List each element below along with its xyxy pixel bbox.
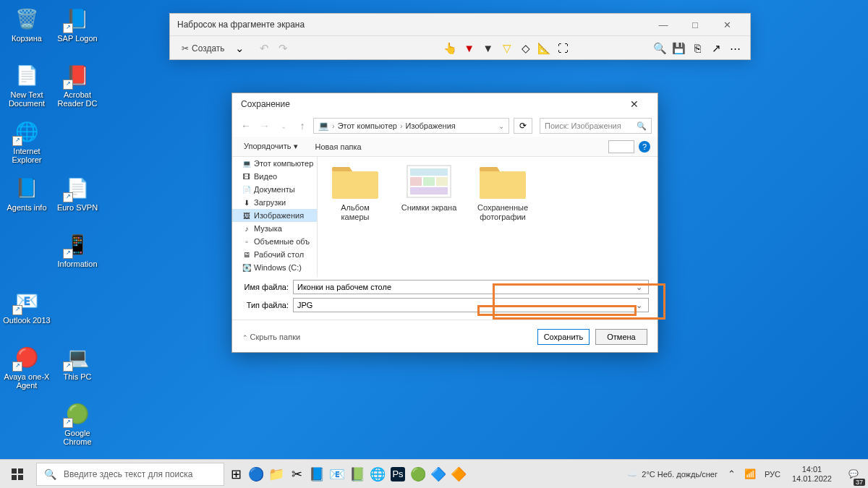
eraser-icon[interactable]: ◇ bbox=[516, 38, 535, 59]
new-snip-button[interactable]: ✂Создать bbox=[176, 40, 231, 56]
save-button[interactable]: Сохранить bbox=[537, 329, 590, 345]
icon-image: 🗑️ bbox=[12, 4, 41, 33]
breadcrumb-current[interactable]: Изображения bbox=[406, 121, 456, 130]
taskbar-app-chrome[interactable]: 🟢 bbox=[408, 460, 428, 489]
hide-folders-button[interactable]: ⌃ Скрыть папки bbox=[242, 333, 300, 341]
view-mode-button[interactable] bbox=[608, 140, 634, 153]
taskbar-search[interactable]: 🔍 Введите здесь текст для поиска bbox=[36, 463, 224, 486]
chevron-down-icon[interactable]: ⌄ bbox=[633, 301, 644, 310]
icon-image: 💻 bbox=[63, 343, 92, 372]
chevron-down-icon[interactable]: ⌄ bbox=[231, 38, 250, 59]
desktop-icon[interactable]: 📕Acrobat Reader DC bbox=[52, 59, 103, 116]
refresh-button[interactable]: ⟳ bbox=[514, 118, 532, 134]
wifi-icon[interactable]: 📶 bbox=[740, 468, 760, 479]
address-bar[interactable]: 💻 › Этот компьютер › Изображения ⌄ bbox=[313, 118, 509, 134]
folder-icon: 📄 bbox=[242, 186, 251, 194]
taskbar-app-generic[interactable]: 🔷 bbox=[428, 460, 448, 489]
undo-button[interactable]: ↶ bbox=[255, 38, 274, 59]
close-button[interactable]: ✕ bbox=[711, 14, 743, 35]
svg-rect-4 bbox=[436, 177, 448, 186]
folder-item[interactable]: Альбом камеры bbox=[326, 163, 384, 222]
tree-item[interactable]: 🖼Изображения bbox=[232, 209, 317, 222]
ruler-icon[interactable]: 📐 bbox=[535, 38, 554, 59]
tray-overflow-button[interactable]: ⌃ bbox=[723, 468, 740, 479]
tree-item[interactable]: 📄Документы bbox=[232, 183, 317, 196]
nav-back-button[interactable]: ← bbox=[238, 118, 254, 134]
search-input[interactable]: Поиск: Изображения 🔍 bbox=[540, 118, 652, 134]
task-view-button[interactable]: ⊞ bbox=[226, 460, 246, 489]
taskbar-clock[interactable]: 14:01 14.01.2022 bbox=[785, 465, 839, 484]
desktop-icon[interactable]: 🟢Google Chrome bbox=[52, 398, 103, 454]
taskbar-app-edge[interactable]: 🔵 bbox=[246, 460, 266, 489]
copy-icon[interactable]: ⎘ bbox=[688, 38, 707, 59]
pen-black-icon[interactable]: ▼ bbox=[479, 38, 498, 59]
start-button[interactable] bbox=[0, 460, 35, 489]
desktop-icon[interactable]: 🔴Avaya one-X Agent bbox=[1, 341, 52, 398]
highlighter-icon[interactable]: ▽ bbox=[498, 38, 516, 59]
chevron-down-icon[interactable]: ⌄ bbox=[633, 283, 644, 292]
desktop-icon[interactable]: 🗑️Корзина bbox=[1, 3, 52, 59]
taskbar-app-ps[interactable]: Ps bbox=[391, 467, 405, 481]
folder-content[interactable]: Альбом камерыСнимки экранаСохраненные фо… bbox=[318, 157, 658, 276]
tree-item[interactable]: 🖥Рабочий стол bbox=[232, 248, 317, 261]
filename-label: Имя файла: bbox=[241, 283, 293, 291]
crop-icon[interactable]: ⛶ bbox=[554, 38, 573, 59]
cancel-button[interactable]: Отмена bbox=[595, 329, 647, 345]
taskbar-app-generic[interactable]: 🔶 bbox=[448, 460, 469, 489]
taskbar-app-outlook[interactable]: 📧 bbox=[327, 460, 347, 489]
nav-recent-button[interactable]: ⌄ bbox=[276, 118, 292, 134]
nav-up-button[interactable]: ↑ bbox=[294, 118, 310, 134]
desktop-icon[interactable]: 📄Euro SVPN bbox=[52, 172, 103, 228]
share-icon[interactable]: ↗ bbox=[707, 38, 726, 59]
touch-write-icon[interactable]: 👆 bbox=[441, 38, 460, 59]
nav-forward-button[interactable]: → bbox=[257, 118, 273, 134]
tree-item[interactable]: 💻Этот компьютер bbox=[232, 157, 317, 170]
notification-center-button[interactable]: 💬 37 bbox=[839, 460, 868, 489]
tree-item[interactable]: ▫Объемные объ bbox=[232, 235, 317, 248]
taskbar-app-snip[interactable]: ✂ bbox=[286, 460, 307, 489]
breadcrumb-root[interactable]: Этот компьютер bbox=[338, 121, 397, 130]
folder-icon: 🖥 bbox=[242, 251, 251, 259]
filetype-select[interactable]: JPG⌄ bbox=[293, 298, 649, 312]
dialog-close-button[interactable]: ✕ bbox=[620, 94, 649, 114]
folder-tree[interactable]: 💻Этот компьютер🎞Видео📄Документы⬇Загрузки… bbox=[232, 157, 318, 276]
save-dialog-titlebar[interactable]: Сохранение ✕ bbox=[232, 93, 658, 115]
taskbar-app-word[interactable]: 📘 bbox=[307, 460, 327, 489]
folder-icon: 🖼 bbox=[242, 212, 251, 220]
new-folder-button[interactable]: Новая папка bbox=[311, 141, 366, 153]
tree-item[interactable]: 💽Windows (C:) bbox=[232, 261, 317, 274]
desktop-icon[interactable]: 📧Outlook 2013 bbox=[1, 285, 52, 341]
desktop-icon[interactable]: 📘Agents info bbox=[1, 172, 52, 228]
icon-label: Outlook 2013 bbox=[3, 316, 50, 325]
desktop-icon[interactable]: 📄New Text Document bbox=[1, 59, 52, 116]
help-button[interactable]: ? bbox=[639, 141, 650, 153]
chevron-down-icon[interactable]: ⌄ bbox=[498, 122, 504, 130]
desktop-icon[interactable]: 💻This PC bbox=[52, 341, 103, 398]
weather-widget[interactable]: ☁️ 2°C Неб. дождь/снег bbox=[621, 469, 723, 479]
organize-button[interactable]: Упорядочить ▾ bbox=[239, 140, 302, 153]
tree-item[interactable]: ♪Музыка bbox=[232, 222, 317, 235]
desktop-icon[interactable]: 📘SAP Logon bbox=[52, 3, 103, 59]
desktop-icon[interactable]: 📱Information bbox=[52, 228, 103, 285]
taskbar-app-excel[interactable]: 📗 bbox=[347, 460, 367, 489]
folder-item[interactable]: Сохраненные фотографии bbox=[474, 163, 532, 222]
zoom-icon[interactable]: 🔍 bbox=[650, 38, 669, 59]
snip-titlebar[interactable]: Набросок на фрагменте экрана — □ ✕ bbox=[170, 14, 750, 35]
tree-item[interactable]: ⬇Загрузки bbox=[232, 196, 317, 209]
chevron-right-icon: › bbox=[332, 121, 335, 130]
pen-red-icon[interactable]: ▼ bbox=[460, 38, 479, 59]
maximize-button[interactable]: □ bbox=[679, 14, 711, 35]
icon-label: Euro SVPN bbox=[57, 203, 98, 212]
tree-item-label: Рабочий стол bbox=[254, 250, 304, 259]
folder-item[interactable]: Снимки экрана bbox=[400, 163, 458, 213]
filename-input[interactable]: Иконки на рабочем столе⌄ bbox=[293, 280, 649, 294]
save-icon[interactable]: 💾 bbox=[669, 38, 688, 59]
redo-button[interactable]: ↷ bbox=[274, 38, 293, 59]
desktop-icon[interactable]: 🌐Internet Explorer bbox=[1, 116, 52, 172]
taskbar-app-explorer[interactable]: 📁 bbox=[266, 460, 286, 489]
tree-item[interactable]: 🎞Видео bbox=[232, 170, 317, 183]
language-indicator[interactable]: РУС bbox=[760, 470, 785, 479]
more-icon[interactable]: ⋯ bbox=[726, 38, 744, 59]
minimize-button[interactable]: — bbox=[647, 14, 679, 35]
taskbar-app-ie[interactable]: 🌐 bbox=[367, 460, 388, 489]
